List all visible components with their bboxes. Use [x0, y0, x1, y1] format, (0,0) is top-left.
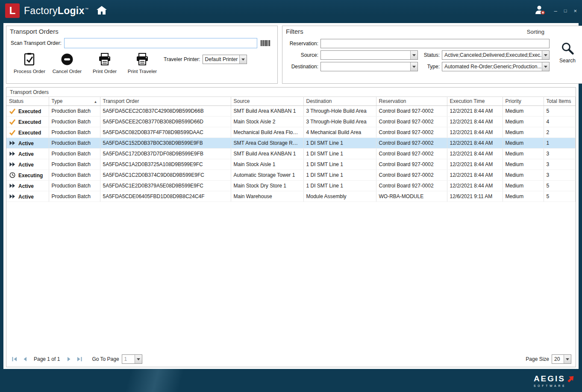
user-logout-button[interactable]	[534, 5, 547, 17]
active-icon	[9, 193, 16, 200]
chevron-down-icon	[137, 358, 140, 360]
print-order-label: Print Order	[93, 69, 117, 74]
cancel-order-button[interactable]: Cancel Order	[48, 52, 86, 74]
cell-reservation: Control Board 927-0002	[376, 106, 447, 117]
transport-panel-title: Transport Orders	[10, 28, 59, 35]
traveler-printer-value: Default Printer	[203, 55, 239, 64]
aegis-brand-name: AEGIS	[534, 374, 565, 383]
executed-icon	[9, 118, 16, 125]
destination-select[interactable]	[320, 62, 418, 71]
column-header-status[interactable]: Status	[6, 97, 49, 106]
titlebar: L FactoryLogix™ –	[0, 0, 582, 21]
table-row[interactable]: Executed Production Batch 5A5FDA5CEC2C0B…	[6, 106, 576, 117]
cell-total-items: 3	[544, 159, 576, 170]
chevron-down-icon	[412, 54, 416, 56]
page-size-dropdown-button[interactable]	[564, 355, 571, 363]
column-header-type[interactable]: Type▲	[49, 97, 100, 106]
cell-status: Executed	[6, 127, 49, 138]
cell-priority: Medium	[503, 191, 544, 202]
maximize-button[interactable]: □	[564, 9, 567, 13]
goto-page-dropdown-button[interactable]	[135, 355, 142, 363]
cell-type: Production Batch	[49, 159, 100, 170]
column-header-transport-order[interactable]: Transport Order	[100, 97, 231, 106]
aegis-logo: AEGIS SOFTWARE	[534, 374, 575, 387]
status-dropdown-button[interactable]	[542, 51, 549, 59]
status-label: Status:	[420, 52, 440, 58]
cell-destination: 3 Through-Hole Build Area	[303, 117, 376, 127]
type-select[interactable]: Automated Re-Order;Generic;Production...	[442, 62, 550, 71]
table-row[interactable]: Executed Production Batch 5A5FDA5CEE2C0B…	[6, 117, 576, 127]
active-icon	[9, 150, 16, 157]
column-header-execution-time[interactable]: Execution Time	[447, 97, 503, 106]
cell-destination: 1 DI SMT Line 1	[303, 138, 376, 149]
traveler-printer-select[interactable]: Default Printer	[203, 55, 247, 64]
table-row[interactable]: Active Production Batch 5A5FDA5C1A2D0B37…	[6, 159, 576, 170]
process-order-icon	[22, 52, 37, 67]
sorting-toggle[interactable]: Sorting	[527, 29, 544, 35]
type-dropdown-button[interactable]	[542, 62, 549, 71]
source-select[interactable]	[320, 50, 418, 60]
traveler-printer-label: Traveler Printer:	[164, 56, 200, 62]
cell-destination: 3 Through-Hole Build Area	[303, 106, 376, 117]
cell-source: SMT Area Cold Storage Refri...	[231, 138, 303, 149]
page-size-label: Page Size	[526, 356, 549, 362]
cell-reservation: Control Board 927-0002	[376, 159, 447, 170]
table-row[interactable]: Executed Production Batch 5A5FDA5C082D0B…	[6, 127, 576, 138]
cancel-order-icon	[60, 52, 74, 67]
minimize-button[interactable]: –	[554, 8, 557, 14]
close-button[interactable]: ×	[573, 8, 577, 14]
home-button[interactable]	[95, 4, 108, 17]
next-page-button[interactable]	[65, 356, 73, 363]
column-header-priority[interactable]: Priority	[503, 97, 544, 106]
table-row[interactable]: Active Production Batch 5A5FDA5C172D0B37…	[6, 149, 576, 159]
scan-transport-order-label: Scan Transport Order:	[11, 40, 62, 46]
page-size-select[interactable]: 20	[552, 354, 571, 364]
source-dropdown-button[interactable]	[410, 51, 417, 59]
filters-grid: Reservation: Source: Status: Active;Canc…	[286, 39, 550, 71]
cell-transport-order: 5A5FDA5C152D0B37B0C308D9B599E9FB	[100, 138, 231, 149]
cell-total-items: 5	[544, 106, 576, 117]
goto-page-input[interactable]: 1	[122, 354, 142, 364]
table-row[interactable]: Executing Production Batch 5A5FDA5C1C2D0…	[6, 170, 576, 181]
cell-transport-order: 5A5FDA5C172D0B37D7DF08D9B599E9FB	[100, 149, 231, 159]
home-icon	[97, 6, 107, 16]
table-body: Executed Production Batch 5A5FDA5CEC2C0B…	[6, 106, 576, 202]
filters-panel: Filters Sorting Reservation: Source: Sta…	[282, 26, 582, 84]
column-header-reservation[interactable]: Reservation	[376, 97, 447, 106]
table-row[interactable]: Active Production Batch 5A5FDA5C1E2D0B37…	[6, 181, 576, 191]
reservation-input[interactable]	[320, 39, 550, 48]
process-order-button[interactable]: Process Order	[11, 52, 48, 74]
cell-status: Active	[6, 159, 49, 170]
cell-type: Production Batch	[49, 127, 100, 138]
last-page-button[interactable]	[76, 356, 83, 363]
cell-transport-order: 5A5FDA5CDE06405FBD1D08D9B8C24C4F	[100, 191, 231, 202]
app-window: L FactoryLogix™ –	[0, 0, 582, 392]
print-order-icon	[97, 52, 112, 67]
print-traveler-button[interactable]: Print Traveler	[123, 52, 161, 74]
table-row[interactable]: Active Production Batch 5A5FDA5C152D0B37…	[6, 138, 576, 149]
first-page-button[interactable]	[11, 356, 18, 363]
cell-type: Production Batch	[49, 181, 100, 191]
table-header-row: Status Type▲ Transport Order Source Dest…	[6, 97, 576, 106]
column-header-source[interactable]: Source	[231, 97, 303, 106]
previous-page-button[interactable]	[21, 356, 28, 363]
trademark-symbol: ™	[85, 7, 88, 11]
cell-total-items: 3	[544, 149, 576, 159]
traveler-printer-dropdown-button[interactable]	[239, 55, 247, 64]
table-row[interactable]: Active Production Batch 5A5FDA5CDE06405F…	[6, 191, 576, 202]
column-header-destination[interactable]: Destination	[303, 97, 376, 106]
print-traveler-icon	[135, 52, 150, 67]
search-button[interactable]: Search	[554, 41, 581, 64]
cell-source: Main Stock Aisle 1	[231, 159, 303, 170]
active-icon	[9, 140, 16, 146]
cell-status: Active	[6, 181, 49, 191]
status-select[interactable]: Active;Canceled;Delivered;Executed;Exec.…	[442, 50, 550, 60]
page-indicator: Page 1 of 1	[34, 356, 60, 362]
cell-total-items: 5	[544, 181, 576, 191]
destination-dropdown-button[interactable]	[410, 62, 417, 71]
cell-execution-time: 12/2/2021 8:44 AM	[447, 106, 503, 117]
print-order-button[interactable]: Print Order	[86, 52, 123, 74]
column-header-total-items[interactable]: Total Items	[544, 97, 576, 106]
scan-transport-order-input[interactable]	[64, 38, 257, 48]
transport-orders-panel: Transport Orders Scan Transport Order:	[6, 26, 278, 84]
